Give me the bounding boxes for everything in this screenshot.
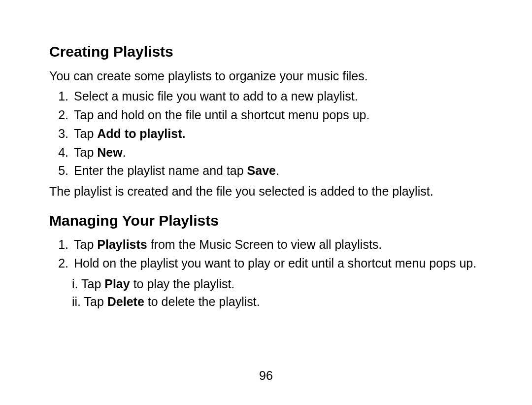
mstep-1-post: from the Music Screen to view all playli… [147, 237, 382, 251]
substep-i-post: to play the playlist. [130, 277, 235, 291]
substep-ii: ii. Tap Delete to delete the playlist. [72, 294, 483, 310]
substep-ii-pre: ii. Tap [72, 295, 107, 308]
step-4-pre: Tap [74, 145, 97, 159]
heading-creating-playlists: Creating Playlists [49, 42, 483, 62]
step-5-pre: Enter the playlist name and tap [74, 164, 247, 177]
mstep-2: Hold on the playlist you want to play or… [72, 255, 483, 272]
step-4-bold: New [97, 145, 122, 159]
mstep-1: Tap Playlists from the Music Screen to v… [72, 236, 483, 253]
step-3-pre: Tap [74, 127, 97, 140]
step-5: Enter the playlist name and tap Save. [72, 163, 483, 179]
substep-i: i. Tap Play to play the playlist. [72, 276, 483, 293]
step-5-bold: Save [247, 164, 276, 177]
step-4-post: . [123, 145, 126, 159]
heading-managing-playlists: Managing Your Playlists [49, 211, 483, 231]
step-3-bold: Add to playlist. [97, 127, 185, 140]
intro-text: You can create some playlists to organiz… [49, 68, 483, 85]
step-1: Select a music file you want to add to a… [72, 88, 483, 105]
outro-text: The playlist is created and the file you… [49, 183, 483, 200]
mstep-1-pre: Tap [74, 237, 97, 251]
mstep-1-bold: Playlists [97, 237, 147, 251]
substep-ii-post: to delete the playlist. [144, 295, 260, 308]
page-number: 96 [0, 368, 532, 384]
step-2: Tap and hold on the file until a shortcu… [72, 107, 483, 124]
step-3: Tap Add to playlist. [72, 126, 483, 142]
substep-ii-bold: Delete [107, 295, 144, 308]
creating-playlists-steps: Select a music file you want to add to a… [49, 88, 483, 179]
substep-i-pre: i. Tap [72, 277, 104, 291]
step-4: Tap New. [72, 144, 483, 161]
managing-playlists-steps: Tap Playlists from the Music Screen to v… [49, 236, 483, 272]
step-5-post: . [276, 164, 279, 177]
substep-i-bold: Play [104, 277, 130, 291]
